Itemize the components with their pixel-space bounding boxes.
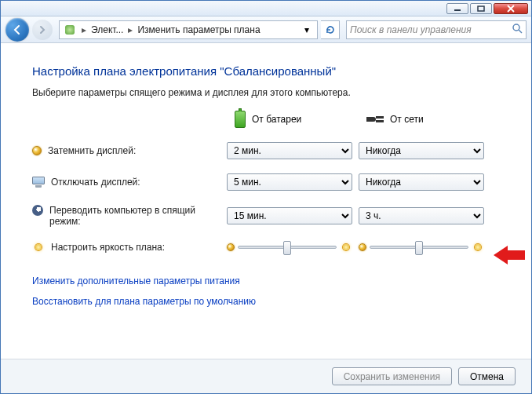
bullet-icon: [32, 146, 42, 155]
navbar: ▸ Элект... ▸ Изменить параметры плана ▾ …: [1, 16, 531, 43]
sun-high-icon: [340, 241, 352, 254]
link-restore-defaults[interactable]: Восстановить для плана параметры по умол…: [32, 296, 256, 307]
page-subtitle: Выберите параметры спящего режима и дисп…: [32, 87, 500, 98]
sun-low-icon: [359, 243, 366, 251]
sleep-battery-select[interactable]: 15 мин.: [227, 207, 352, 224]
nav-forward-button[interactable]: [32, 20, 53, 40]
column-header-ac: От сети: [359, 114, 484, 125]
breadcrumb[interactable]: ▸ Элект... ▸ Изменить параметры плана ▾: [59, 20, 318, 39]
row-sleep: Переводить компьютер в спящий режим:: [32, 205, 220, 227]
dim-battery-select[interactable]: 2 мин.: [227, 142, 352, 159]
svg-line-3: [519, 30, 522, 33]
link-advanced-settings[interactable]: Изменить дополнительные параметры питани…: [32, 275, 240, 286]
window: ▸ Элект... ▸ Изменить параметры плана ▾ …: [0, 0, 532, 394]
brightness-ac-slider[interactable]: [359, 241, 484, 254]
page-title: Настройка плана электропитания "Сбаланси…: [32, 64, 500, 78]
column-header-battery: От батареи: [227, 111, 352, 128]
close-button[interactable]: [494, 3, 528, 14]
sun-icon: [32, 241, 45, 254]
maximize-button[interactable]: [470, 3, 492, 14]
row-dim-display: Затемнить дисплей:: [32, 145, 220, 156]
svg-marker-4: [494, 246, 525, 264]
chevron-right-icon: ▸: [126, 24, 134, 35]
refresh-button[interactable]: [321, 20, 340, 39]
content-area: Настройка плана электропитания "Сбаланси…: [1, 44, 531, 393]
dim-ac-select[interactable]: Никогда: [359, 142, 484, 159]
moon-icon: [32, 205, 43, 216]
links-section: Изменить дополнительные параметры питани…: [32, 275, 500, 316]
svg-point-2: [513, 24, 519, 31]
search-input[interactable]: Поиск в панели управления: [346, 20, 527, 39]
nav-back-button[interactable]: [5, 18, 29, 42]
chevron-right-icon: ▸: [80, 24, 88, 35]
minimize-button[interactable]: [446, 3, 468, 14]
titlebar: [1, 1, 531, 16]
off-ac-select[interactable]: Никогда: [359, 173, 484, 191]
svg-rect-1: [478, 6, 484, 11]
control-panel-icon: [63, 23, 77, 37]
sun-high-icon: [472, 241, 484, 254]
sun-low-icon: [227, 243, 235, 251]
cancel-button[interactable]: Отмена: [458, 367, 516, 385]
slider-thumb[interactable]: [415, 241, 423, 255]
footer: Сохранить изменения Отмена: [1, 359, 531, 393]
annotation-arrow: [494, 244, 525, 266]
monitor-icon: [32, 177, 45, 188]
search-placeholder: Поиск в панели управления: [350, 24, 472, 35]
row-turn-off-display: Отключать дисплей:: [32, 177, 220, 188]
brightness-battery-slider[interactable]: [227, 241, 352, 254]
off-battery-select[interactable]: 5 мин.: [227, 173, 352, 191]
save-button[interactable]: Сохранить изменения: [332, 367, 452, 385]
breadcrumb-seg2[interactable]: Изменить параметры плана: [137, 24, 260, 35]
search-icon: [512, 23, 523, 36]
breadcrumb-seg1[interactable]: Элект...: [91, 24, 123, 35]
battery-icon: [235, 111, 246, 128]
breadcrumb-dropdown-icon[interactable]: ▾: [300, 24, 314, 35]
sleep-ac-select[interactable]: 3 ч.: [359, 207, 484, 224]
plug-icon: [366, 115, 384, 124]
slider-thumb[interactable]: [283, 241, 291, 255]
row-brightness: Настроить яркость плана:: [32, 241, 220, 254]
